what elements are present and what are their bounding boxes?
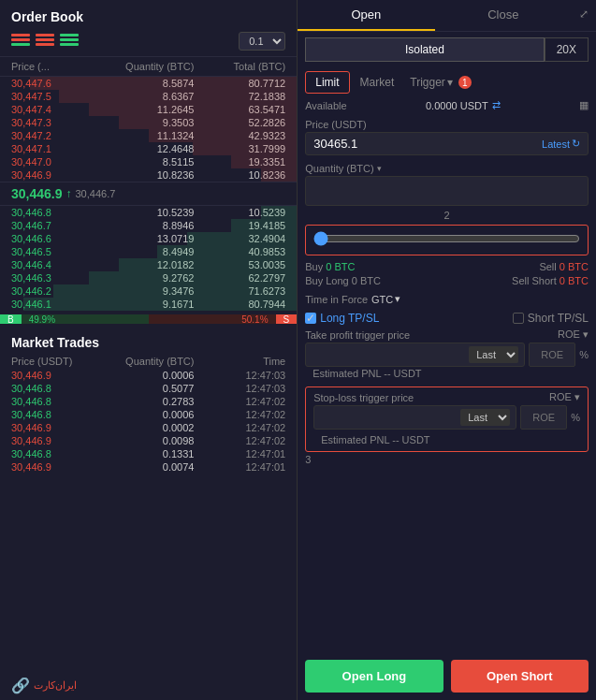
trade-row: 30,446.8 0.5077 12:47:03 (0, 382, 297, 395)
latest-button[interactable]: Latest ↻ (542, 138, 580, 150)
tab-limit[interactable]: Limit (305, 71, 349, 94)
qty-slider[interactable] (313, 231, 580, 246)
time-force-row: Time in Force GTC ▾ (298, 290, 596, 308)
sell-order-row[interactable]: 30,447.5 8.6367 72.1838 (0, 90, 297, 103)
book-icon-group (11, 34, 79, 49)
buy-order-row[interactable]: 30,446.7 8.8946 19.4185 (0, 219, 297, 232)
isolated-button[interactable]: Isolated (305, 37, 544, 62)
short-tpsl-label[interactable]: Short TP/SL (513, 312, 589, 325)
price-input[interactable] (313, 137, 542, 151)
buy-orders: 30,446.8 10.5239 10.5239 30,446.7 8.8946… (0, 206, 297, 311)
take-profit-pct-label: % (579, 349, 589, 360)
book-icon-both[interactable] (11, 34, 30, 49)
tab-market[interactable]: Market (350, 71, 405, 94)
take-profit-inputs: Last Mark % (305, 343, 589, 367)
sell-qty: 10.8236 (103, 169, 195, 181)
sell-order-row[interactable]: 30,447.6 8.5874 80.7712 (0, 77, 297, 90)
slider-container[interactable] (305, 225, 589, 255)
trades-rows: 30,446.9 0.0006 12:47:03 30,446.8 0.5077… (0, 369, 297, 673)
take-profit-label-row: Take profit trigger price ROE ▾ (305, 328, 589, 341)
buy-order-row[interactable]: 30,446.2 9.3476 71.6273 (0, 284, 297, 298)
buy-order-row[interactable]: 30,446.8 10.5239 10.5239 (0, 206, 297, 219)
buy-price: 30,446.5 (11, 246, 103, 257)
stop-loss-pct-label: % (571, 412, 580, 423)
trade-price: 30,446.8 (11, 396, 103, 407)
trade-row: 30,446.8 0.2783 12:47:02 (0, 395, 297, 408)
stop-loss-last-select[interactable]: Last Mark (460, 409, 510, 426)
qty-input-row[interactable] (305, 176, 589, 206)
book-icon-buy[interactable] (60, 34, 79, 49)
sell-price: 30,447.0 (11, 156, 103, 168)
buy-order-row[interactable]: 30,446.3 9.2762 62.2797 (0, 271, 297, 284)
col-total: Total (BTC) (194, 61, 285, 72)
book-icon-sell[interactable] (36, 34, 54, 49)
long-tpsl-text: Long TP/SL (320, 312, 379, 325)
sell-order-row[interactable]: 30,447.3 9.3503 52.2826 (0, 116, 297, 129)
sell-order-row[interactable]: 30,446.9 10.8236 10.8236 (0, 168, 297, 182)
take-profit-roe-label: ROE ▾ (558, 328, 589, 341)
buy-long-row: Buy Long 0 BTC Sell Short 0 BTC (298, 274, 596, 290)
spread-bar: B 49.9% 50.1% S (0, 311, 297, 328)
expand-icon[interactable]: ⤢ (572, 0, 596, 31)
gtc-button[interactable]: GTC ▾ (371, 293, 400, 305)
buy-depth-bar (53, 284, 297, 298)
left-panel: Order Book 0.1 0.5 1 Price (... Q (0, 0, 298, 700)
qty-label-row: Quantity (BTC) ▾ (298, 159, 596, 176)
trade-price: 30,446.8 (11, 448, 103, 459)
sell-order-row[interactable]: 30,447.0 8.5115 19.3351 (0, 155, 297, 168)
stop-loss-section: Stop-loss trigger price ROE ▾ Last Mark … (305, 386, 589, 452)
take-profit-input-row[interactable]: Last Mark (305, 343, 525, 367)
open-short-button[interactable]: Open Short (451, 660, 589, 693)
long-tpsl-label[interactable]: ✓ Long TP/SL (305, 312, 379, 325)
stop-loss-roe-chevron: ▾ (574, 391, 580, 402)
buy-depth-bar (157, 245, 297, 258)
tab-open[interactable]: Open (298, 0, 434, 31)
available-value: 0.0000 USDT (426, 100, 488, 111)
open-long-button[interactable]: Open Long (305, 660, 443, 693)
tab-close[interactable]: Close (435, 0, 572, 31)
qty-input[interactable] (313, 184, 580, 198)
transfer-icon[interactable]: ⇄ (492, 99, 501, 111)
leverage-button[interactable]: 20X (545, 37, 589, 62)
buy-order-row[interactable]: 30,446.4 12.0182 53.0035 (0, 258, 297, 271)
trade-price: 30,446.9 (11, 422, 103, 433)
take-profit-input[interactable] (312, 348, 469, 361)
wallet-icon[interactable]: ▦ (579, 99, 589, 111)
trade-price: 30,446.9 (11, 435, 103, 446)
right-panel: Open Close ⤢ Isolated 20X Limit Market T… (298, 0, 596, 700)
available-label: Available (305, 100, 346, 111)
sell-order-row[interactable]: 30,447.2 11.1324 42.9323 (0, 129, 297, 142)
sell-depth-bar (59, 90, 297, 103)
sell-order-row[interactable]: 30,447.4 11.2645 63.5471 (0, 103, 297, 116)
market-trades-title: Market Trades (0, 328, 297, 354)
spread-b-pct: 49.9% (22, 314, 149, 324)
sell-order-row[interactable]: 30,447.1 12.4648 31.7999 (0, 142, 297, 155)
price-field-label: Price (USDT) (298, 115, 596, 132)
trigger-count-badge: 1 (458, 76, 472, 89)
available-value-group: 0.0000 USDT ⇄ (426, 99, 501, 111)
market-trades-section: Market Trades Price (USDT) Quantity (BTC… (0, 328, 297, 700)
take-profit-section: Take profit trigger price ROE ▾ Last Mar… (298, 328, 596, 385)
watermark: 🔗 ایران‌کارت (0, 673, 297, 700)
time-force-label: Time in Force (305, 294, 368, 305)
interval-select[interactable]: 0.1 0.5 1 (239, 32, 285, 51)
tab-trigger-dropdown[interactable]: Trigger ▾ 1 (404, 72, 477, 93)
short-tpsl-text: Short TP/SL (528, 312, 589, 325)
short-tpsl-checkbox[interactable] (513, 313, 524, 324)
take-profit-last-select[interactable]: Last Mark (469, 346, 518, 363)
trade-qty: 0.2783 (103, 396, 195, 407)
stop-loss-input-row[interactable]: Last Mark (313, 405, 516, 430)
buy-order-row[interactable]: 30,446.6 13.0719 32.4904 (0, 232, 297, 245)
take-profit-roe-input[interactable] (529, 343, 575, 367)
stop-loss-input[interactable] (320, 411, 460, 424)
buy-price: 30,446.7 (11, 220, 103, 231)
sell-qty: 12.4648 (103, 143, 195, 154)
long-tpsl-checkbox[interactable]: ✓ (305, 313, 316, 324)
trade-qty: 0.1331 (103, 448, 195, 459)
qty-chevron-icon[interactable]: ▾ (377, 164, 382, 173)
buy-order-row[interactable]: 30,446.1 9.1671 80.7944 (0, 298, 297, 311)
stop-loss-roe-input[interactable] (520, 405, 567, 430)
buy-order-row[interactable]: 30,446.5 8.4949 40.9853 (0, 245, 297, 258)
order-book-title: Order Book (11, 9, 285, 24)
trade-time: 12:47:02 (194, 435, 285, 446)
